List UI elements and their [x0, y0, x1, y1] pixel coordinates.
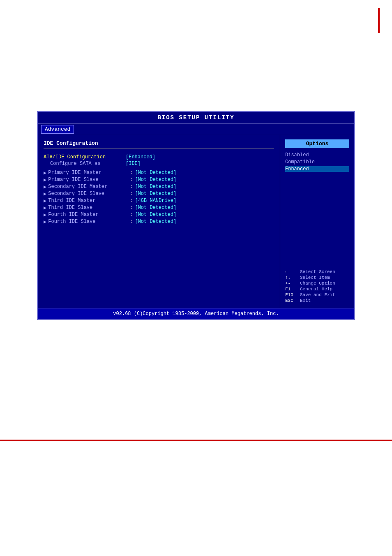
ata-ide-config-row[interactable]: ATA/IDE Configuration [Enhanced] — [44, 154, 274, 160]
ide-value-4: [4GB NANDrive] — [135, 198, 176, 204]
bios-title: BIOS SETUP UTILITY — [38, 112, 354, 124]
keybind-key-f10: F10 — [285, 292, 297, 297]
ide-value-5: [Not Detected] — [135, 205, 176, 211]
options-title: Options — [285, 139, 349, 148]
list-item[interactable]: ▶ Fourth IDE Slave : [Not Detected] — [44, 219, 274, 225]
arrow-icon: ▶ — [44, 219, 46, 225]
keybind-label-exit: Exit — [300, 298, 311, 303]
keybind-key-left: ← — [285, 269, 297, 274]
configure-sata-label: Configure SATA as — [44, 161, 126, 167]
keybind-select-item: ↑↓ Select Item — [285, 275, 349, 280]
ide-label-7: Fourth IDE Slave — [48, 219, 130, 225]
list-item[interactable]: ▶ Primary IDE Slave : [Not Detected] — [44, 177, 274, 183]
keybind-select-screen: ← Select Screen — [285, 269, 349, 274]
keybinds-panel: ← Select Screen ↑↓ Select Item +- Change… — [285, 265, 349, 304]
arrow-icon: ▶ — [44, 198, 46, 204]
bios-title-text: BIOS SETUP UTILITY — [157, 114, 234, 121]
keybind-exit: ESC Exit — [285, 298, 349, 303]
ide-value-1: [Not Detected] — [135, 177, 176, 183]
arrow-icon: ▶ — [44, 184, 46, 190]
ide-label-4: Third IDE Master — [48, 198, 130, 204]
ide-value-0: [Not Detected] — [135, 170, 176, 176]
section-title: IDE Configuration — [44, 140, 274, 148]
bios-window: BIOS SETUP UTILITY Advanced IDE Configur… — [37, 111, 355, 320]
configure-sata-value: [IDE] — [126, 161, 141, 167]
ide-label-6: Fourth IDE Master — [48, 212, 130, 218]
list-item[interactable]: ▶ Fourth IDE Master : [Not Detected] — [44, 212, 274, 218]
ide-label-2: Secondary IDE Master — [48, 184, 130, 190]
keybind-key-f1: F1 — [285, 287, 297, 292]
ide-label-3: Secondary IDE Slave — [48, 191, 130, 197]
tab-advanced[interactable]: Advanced — [41, 125, 74, 134]
bios-left-panel: IDE Configuration ATA/IDE Configuration … — [38, 135, 280, 308]
ide-label-1: Primary IDE Slave — [48, 177, 130, 183]
keybind-key-plusminus: +- — [285, 281, 297, 286]
keybind-change-option: +- Change Option — [285, 281, 349, 286]
arrow-icon: ▶ — [44, 170, 46, 176]
list-item[interactable]: ▶ Third IDE Slave : [Not Detected] — [44, 205, 274, 211]
ide-value-7: [Not Detected] — [135, 219, 176, 225]
page-background: BIOS SETUP UTILITY Advanced IDE Configur… — [0, 0, 392, 556]
list-item[interactable]: ▶ Primary IDE Master : [Not Detected] — [44, 170, 274, 176]
option-enhanced[interactable]: Enhanced — [285, 166, 349, 172]
bios-footer: v02.68 (C)Copyright 1985-2009, American … — [38, 308, 354, 319]
arrow-icon: ▶ — [44, 191, 46, 197]
arrow-icon: ▶ — [44, 205, 46, 211]
list-item[interactable]: ▶ Secondary IDE Slave : [Not Detected] — [44, 191, 274, 197]
keybind-label-save-exit: Save and Exit — [300, 292, 335, 297]
arrow-icon: ▶ — [44, 177, 46, 183]
bios-footer-text: v02.68 (C)Copyright 1985-2009, American … — [113, 311, 279, 317]
bios-right-panel: Options Disabled Compatible Enhanced ← S… — [280, 135, 354, 308]
keybind-label-general-help: General Help — [300, 287, 332, 292]
keybind-key-esc: ESC — [285, 298, 297, 303]
red-vertical-bar — [378, 8, 380, 33]
ata-ide-value: [Enhanced] — [126, 154, 155, 160]
list-item[interactable]: ▶ Secondary IDE Master : [Not Detected] — [44, 184, 274, 190]
red-horizontal-bar — [0, 440, 392, 441]
ata-ide-label: ATA/IDE Configuration — [44, 154, 126, 160]
bios-content: IDE Configuration ATA/IDE Configuration … — [38, 135, 354, 308]
ide-label-0: Primary IDE Master — [48, 170, 130, 176]
ide-label-5: Third IDE Slave — [48, 205, 130, 211]
option-disabled[interactable]: Disabled — [285, 152, 349, 158]
keybind-label-change-option: Change Option — [300, 281, 335, 286]
keybind-general-help: F1 General Help — [285, 287, 349, 292]
ide-value-6: [Not Detected] — [135, 212, 176, 218]
keybind-save-exit: F10 Save and Exit — [285, 292, 349, 297]
keybind-label-select-screen: Select Screen — [300, 269, 335, 274]
keybind-label-select-item: Select Item — [300, 275, 330, 280]
keybind-key-updown: ↑↓ — [285, 275, 297, 280]
configure-sata-row[interactable]: Configure SATA as [IDE] — [44, 161, 274, 167]
bios-tabs: Advanced — [38, 124, 354, 135]
option-compatible[interactable]: Compatible — [285, 159, 349, 165]
ide-value-2: [Not Detected] — [135, 184, 176, 190]
ide-value-3: [Not Detected] — [135, 191, 176, 197]
list-item[interactable]: ▶ Third IDE Master : [4GB NANDrive] — [44, 198, 274, 204]
arrow-icon: ▶ — [44, 212, 46, 218]
